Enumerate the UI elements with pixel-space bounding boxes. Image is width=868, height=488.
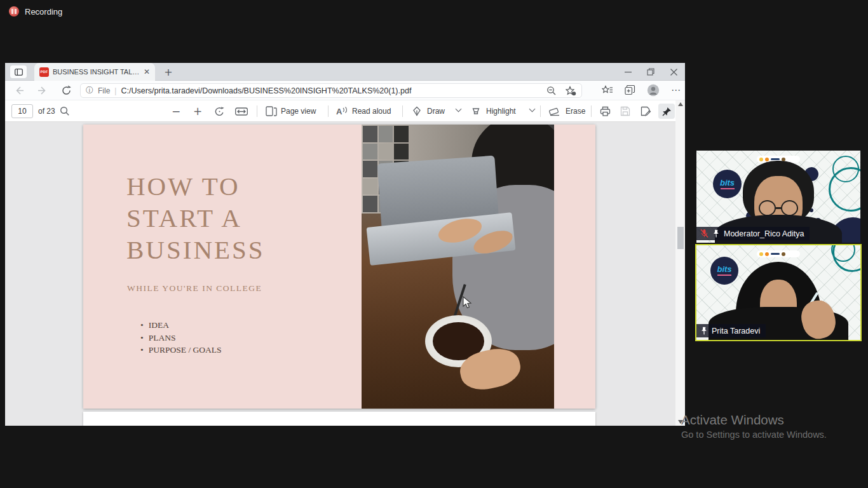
page-view-icon — [266, 106, 277, 116]
toolbar-pin-button[interactable] — [658, 104, 675, 119]
page-view-button[interactable]: Page view — [281, 100, 316, 122]
slide-bullet: PLANS — [140, 332, 222, 344]
restore-button[interactable] — [639, 63, 662, 81]
tab-close-icon[interactable]: ✕ — [144, 68, 150, 76]
profile-avatar-icon[interactable] — [647, 84, 660, 97]
recording-indicator: Recording — [9, 6, 62, 17]
zoom-in-icon[interactable]: + — [193, 100, 202, 122]
read-aloud-icon: A — [336, 100, 342, 122]
zoom-level-icon[interactable] — [546, 86, 557, 96]
recording-label: Recording — [25, 7, 62, 17]
participant-name-badge: Prita Taradevi — [696, 324, 766, 337]
participant-tile-moderator[interactable]: bits Moderator_Rico Aditya — [696, 151, 860, 243]
pdf-page-10: HOW TO START A BUSINESS WHILE YOU'RE IN … — [83, 125, 595, 409]
mic-muted-icon — [700, 229, 709, 238]
settings-menu-icon[interactable]: ⋯ — [671, 85, 681, 96]
draw-icon — [412, 106, 422, 116]
glasses — [759, 200, 798, 216]
slide-bullet: PURPOSE / GOALS — [140, 344, 222, 356]
restore-icon — [647, 68, 654, 76]
rotate-icon[interactable] — [214, 106, 225, 117]
participant-name: Prita Taradevi — [712, 327, 760, 336]
erase-icon — [549, 107, 560, 116]
collections-icon[interactable] — [625, 85, 635, 95]
forward-icon[interactable] — [37, 85, 48, 96]
refresh-icon[interactable] — [61, 85, 72, 96]
close-button[interactable] — [662, 63, 685, 81]
save-icon[interactable] — [620, 106, 630, 116]
read-aloud-waves-icon — [342, 107, 348, 113]
slide-bullet: IDEA — [140, 319, 222, 332]
pdf-toolbar: of 23 − + Page view A Read aloud — [5, 100, 685, 122]
highlight-icon — [471, 106, 481, 116]
draw-dropdown-chevron-icon[interactable] — [456, 106, 462, 112]
vertical-tabs-icon — [15, 69, 23, 76]
slide-subtitle: WHILE YOU'RE IN COLLEGE — [127, 283, 262, 294]
favorites-bar-icon[interactable] — [602, 85, 613, 95]
tab-strip: PDF BUSINESS INSIGHT TALKS (1).pdf ✕ + — [5, 63, 685, 81]
participant-tile-speaker[interactable]: bits Prita Taradevi — [695, 244, 862, 341]
highlight-button[interactable]: Highlight — [486, 100, 516, 122]
slide-photo — [362, 125, 554, 409]
separator: | — [114, 86, 116, 95]
window-controls — [616, 63, 685, 81]
tab-actions-button[interactable] — [10, 65, 27, 78]
pin-icon — [662, 107, 672, 116]
bits-logo: bits — [710, 257, 738, 285]
page-number-input[interactable] — [11, 104, 33, 118]
participant-name: Moderator_Rico Aditya — [724, 229, 804, 238]
participant-name-badge: Moderator_Rico Aditya — [696, 227, 810, 240]
tab-title: BUSINESS INSIGHT TALKS (1).pdf — [53, 68, 140, 76]
scroll-up-icon[interactable] — [678, 102, 683, 106]
recording-icon — [9, 6, 19, 17]
pinned-icon — [712, 229, 720, 238]
activate-windows-watermark: Activate Windows Go to Settings to activ… — [681, 412, 827, 440]
pdf-page-11-top — [83, 412, 595, 426]
url-text: C:/Users/prita.taradevi/Downloads/BUSINE… — [121, 86, 542, 95]
scroll-thumb[interactable] — [677, 227, 684, 249]
watermark-line2: Go to Settings to activate Windows. — [681, 430, 827, 440]
zoom-out-icon[interactable]: − — [172, 100, 180, 122]
read-aloud-button[interactable]: Read aloud — [352, 100, 391, 122]
new-tab-button[interactable]: + — [161, 65, 175, 79]
highlight-dropdown-chevron-icon[interactable] — [529, 106, 536, 112]
page-count-label: of 23 — [38, 100, 55, 122]
watermark-line1: Activate Windows — [681, 412, 827, 428]
pdf-favicon: PDF — [39, 67, 49, 77]
browser-tab[interactable]: PDF BUSINESS INSIGHT TALKS (1).pdf ✕ — [34, 63, 155, 81]
mouse-cursor — [463, 296, 472, 309]
fit-to-width-icon[interactable] — [235, 107, 248, 116]
file-scheme-label: File — [98, 86, 110, 95]
slide-title: HOW TO START A BUSINESS — [126, 170, 265, 266]
pdf-viewer[interactable]: HOW TO START A BUSINESS WHILE YOU'RE IN … — [5, 122, 685, 426]
draw-button[interactable]: Draw — [427, 100, 445, 122]
minimize-icon — [625, 69, 632, 76]
back-icon[interactable] — [14, 85, 25, 96]
close-icon — [670, 69, 677, 76]
save-as-icon[interactable] — [641, 106, 651, 116]
page-info-icon[interactable]: ⓘ — [86, 85, 93, 96]
pinned-icon — [700, 327, 708, 335]
url-field[interactable]: ⓘ File | C:/Users/prita.taradevi/Downloa… — [80, 83, 582, 98]
browser-window: PDF BUSINESS INSIGHT TALKS (1).pdf ✕ + — [5, 63, 685, 426]
search-icon[interactable] — [60, 106, 70, 116]
slide-bullet-list: IDEA PLANS PURPOSE / GOALS — [140, 319, 222, 356]
sponsor-pill — [757, 250, 800, 257]
address-bar: ⓘ File | C:/Users/prita.taradevi/Downloa… — [5, 81, 685, 100]
erase-button[interactable]: Erase — [566, 100, 585, 122]
vertical-scrollbar[interactable] — [675, 100, 685, 426]
bits-logo: bits — [713, 170, 742, 198]
minimize-button[interactable] — [616, 63, 639, 81]
print-icon[interactable] — [600, 106, 611, 116]
favorite-star-icon[interactable] — [566, 86, 576, 96]
